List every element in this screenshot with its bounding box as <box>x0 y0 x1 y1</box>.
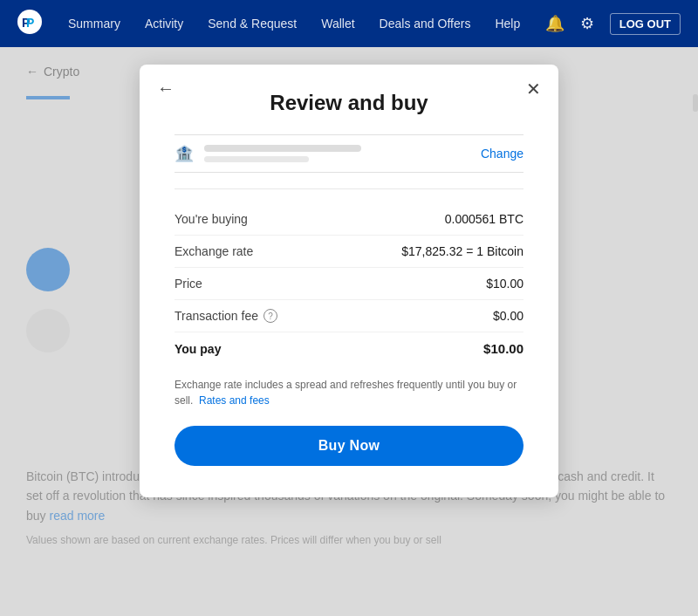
payment-info <box>204 145 481 162</box>
exchange-value: $17,825.32 = 1 Bitcoin <box>401 244 524 258</box>
payment-text-line-1 <box>204 145 361 152</box>
modal-title: Review and buy <box>174 91 524 115</box>
modal-close-button[interactable]: ✕ <box>526 79 541 99</box>
detail-row-price: Price $10.00 <box>174 268 524 300</box>
nav-activity[interactable]: Activity <box>145 17 183 31</box>
nav-deals[interactable]: Deals and Offers <box>380 17 471 31</box>
logout-button[interactable]: LOG OUT <box>610 13 681 35</box>
paypal-logo[interactable]: P P <box>17 10 42 38</box>
fee-label: Transaction fee ? <box>174 309 277 323</box>
nav-help[interactable]: Help <box>495 17 520 31</box>
svg-text:P: P <box>26 16 34 30</box>
nav-wallet[interactable]: Wallet <box>321 17 354 31</box>
settings-icon[interactable]: ⚙ <box>580 14 594 33</box>
price-label: Price <box>174 277 202 291</box>
disclaimer-text: Exchange rate includes a spread and refr… <box>174 377 524 408</box>
buying-label: You're buying <box>174 212 248 226</box>
payment-text-line-2 <box>204 156 309 162</box>
payment-method-row: 🏦 Change <box>174 134 524 173</box>
main-header: P P Summary Activity Send & Request Wall… <box>0 0 698 47</box>
rates-fees-link[interactable]: Rates and fees <box>199 394 270 407</box>
total-label: You pay <box>174 342 221 356</box>
main-nav: Summary Activity Send & Request Wallet D… <box>68 17 545 31</box>
divider <box>174 188 524 189</box>
price-value: $10.00 <box>486 277 524 291</box>
nav-send-request[interactable]: Send & Request <box>208 17 297 31</box>
detail-row-fee: Transaction fee ? $0.00 <box>174 300 524 332</box>
detail-row-total: You pay $10.00 <box>174 332 524 365</box>
nav-summary[interactable]: Summary <box>68 17 120 31</box>
help-icon[interactable]: ? <box>263 309 277 323</box>
exchange-label: Exchange rate <box>174 244 253 258</box>
buy-now-button[interactable]: Buy Now <box>174 426 524 466</box>
buying-value: 0.000561 BTC <box>445 212 524 226</box>
notification-icon[interactable]: 🔔 <box>545 14 565 33</box>
detail-row-exchange: Exchange rate $17,825.32 = 1 Bitcoin <box>174 236 524 268</box>
header-actions: 🔔 ⚙ LOG OUT <box>545 13 681 35</box>
bank-icon: 🏦 <box>174 144 194 163</box>
page-content: ← Crypto Bitcoin (BTC) introduced innova… <box>0 47 698 616</box>
total-value: $10.00 <box>483 341 524 356</box>
detail-row-buying: You're buying 0.000561 BTC <box>174 203 524 236</box>
modal-overlay: ← ✕ Review and buy 🏦 Change You're buyin… <box>0 47 698 616</box>
modal-back-button[interactable]: ← <box>157 79 174 99</box>
fee-value: $0.00 <box>493 309 524 323</box>
change-link[interactable]: Change <box>481 147 524 161</box>
review-buy-modal: ← ✕ Review and buy 🏦 Change You're buyin… <box>140 65 558 497</box>
